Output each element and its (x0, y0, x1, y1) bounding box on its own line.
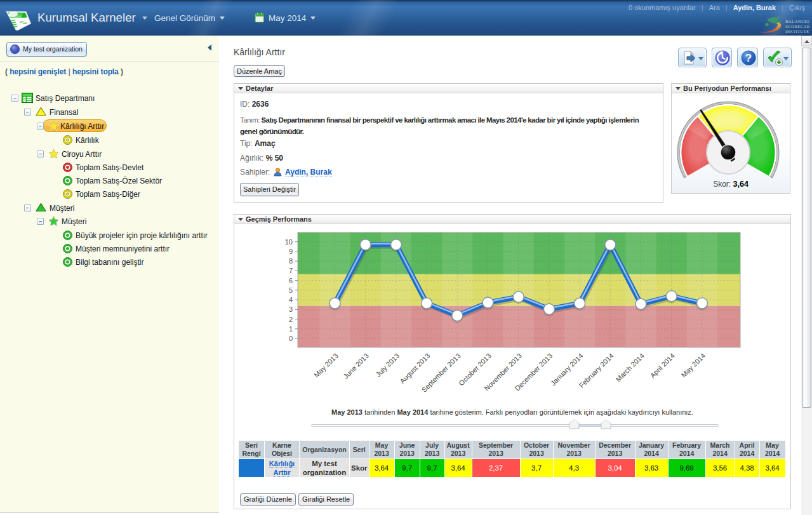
svg-text:BALANCED: BALANCED (785, 19, 809, 24)
svg-text:7: 7 (289, 267, 293, 274)
svg-text:SCORECARD: SCORECARD (785, 24, 809, 29)
svg-text:June 2013: June 2013 (342, 352, 370, 380)
svg-text:8: 8 (289, 257, 293, 265)
svg-text:4: 4 (289, 296, 293, 304)
svg-text:5: 5 (289, 286, 293, 294)
svg-text:May 2014: May 2014 (680, 352, 707, 379)
svg-text:August 2013: August 2013 (398, 352, 431, 385)
svg-text:April 2014: April 2014 (649, 352, 677, 380)
svg-text:INSTITUTE: INSTITUTE (785, 29, 809, 34)
svg-text:6: 6 (289, 277, 293, 284)
svg-text:1: 1 (289, 325, 293, 333)
svg-text:0: 0 (289, 335, 293, 342)
svg-text:2: 2 (289, 316, 293, 323)
svg-text:3: 3 (289, 305, 293, 313)
svg-text:July 2013: July 2013 (375, 352, 401, 378)
svg-text:May 2013: May 2013 (312, 352, 340, 379)
svg-text:?: ? (745, 52, 752, 64)
svg-text:March 2014: March 2014 (614, 352, 646, 384)
svg-text:10: 10 (285, 238, 293, 246)
svg-text:9: 9 (289, 248, 293, 255)
